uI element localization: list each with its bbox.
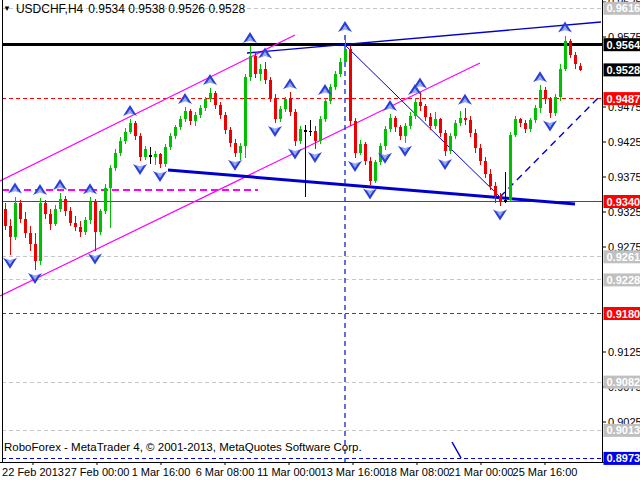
price-level-badge-label: 0.9180: [607, 308, 640, 320]
candle-body: [534, 108, 537, 121]
candle-body: [259, 69, 262, 75]
candle-body: [184, 111, 187, 119]
time-axis[interactable]: 22 Feb 201327 Feb 00:001 Mar 16:006 Mar …: [2, 462, 577, 478]
candle-body: [374, 162, 377, 180]
candle-body: [109, 168, 112, 188]
time-tick-label: 13 Mar 16:00: [321, 466, 386, 478]
candle-body: [124, 132, 127, 141]
candle-body: [249, 56, 252, 77]
time-tick-label: 1 Mar 16:00: [132, 466, 191, 478]
time-tick-label: 11 Mar 00:00: [257, 466, 321, 478]
candle-body: [529, 120, 532, 128]
candle-body: [229, 130, 232, 143]
candle-body: [289, 99, 292, 112]
candle-body: [34, 244, 37, 262]
candle-body: [389, 118, 392, 129]
candle-body: [54, 209, 57, 224]
candle-body: [399, 127, 402, 135]
candle-body: [144, 149, 147, 157]
candle-body: [174, 127, 177, 135]
price-level-badge-label: 0.9487: [607, 93, 640, 105]
candle-body: [169, 136, 172, 147]
blue-target-tail[interactable]: [452, 442, 461, 458]
candle-body: [99, 211, 102, 232]
candle-body: [559, 69, 562, 97]
candle-body: [284, 99, 287, 109]
candle-body: [254, 56, 257, 74]
candle-body: [294, 112, 297, 141]
candle-body: [459, 118, 462, 124]
candle-body: [449, 136, 452, 151]
time-tick-label: 21 Mar 00:00: [449, 466, 514, 478]
time-tick-label: 27 Feb 00:00: [65, 466, 130, 478]
candle-body: [104, 188, 107, 212]
candle-body: [269, 80, 272, 98]
price-level-badge-label: 0.8973: [607, 452, 640, 464]
candle-body: [424, 106, 427, 117]
candle-body: [219, 105, 222, 115]
candle-body: [309, 131, 312, 132]
candle-body: [564, 41, 567, 69]
candle-body: [344, 49, 347, 62]
price-tick-label: 0.9125: [608, 346, 640, 358]
candle-body: [504, 200, 507, 201]
price-axis[interactable]: 0.96250.95750.94750.94250.93750.93250.92…: [602, 0, 640, 465]
candle-body: [304, 130, 307, 131]
candle-body: [49, 214, 52, 224]
price-level-badge-label: 0.9082: [607, 376, 640, 388]
magenta-channel-lower[interactable]: [0, 63, 480, 296]
candle-body: [354, 121, 357, 153]
candle-body: [159, 154, 162, 164]
time-tick-label: 25 Mar 16:00: [513, 466, 578, 478]
candle-body: [474, 133, 477, 148]
mt4-chart-window: 0.96250.95750.94750.94250.93750.93250.92…: [0, 0, 640, 480]
candle-body: [154, 154, 157, 157]
candle-body: [429, 117, 432, 126]
candle-body: [454, 123, 457, 136]
time-tick-label: 18 Mar 08:00: [385, 466, 450, 478]
candle-body: [244, 77, 247, 146]
price-chart-canvas[interactable]: 0.96250.95750.94750.94250.93750.93250.92…: [0, 0, 640, 480]
candle-body: [189, 111, 192, 122]
price-tick-label: 0.9425: [608, 136, 640, 148]
chart-title: ▼USDCHF,H40.9534 0.9538 0.9526 0.9528: [3, 2, 245, 16]
candle-body: [479, 148, 482, 161]
time-tick-label: 22 Feb 2013: [2, 466, 64, 478]
candle-body: [524, 123, 527, 129]
candle-body: [44, 203, 47, 214]
blue-resistance-rising[interactable]: [247, 22, 601, 53]
price-level-badge-label: 0.9528: [607, 64, 640, 76]
candle-body: [369, 161, 372, 181]
candle-body: [114, 153, 117, 168]
candle-body: [29, 233, 32, 244]
candle-body: [434, 119, 437, 126]
candle-body: [239, 146, 242, 153]
candle-body: [89, 202, 92, 220]
candle-body: [359, 144, 362, 152]
symbol-dropdown-icon[interactable]: ▼: [3, 5, 11, 13]
candle-body: [64, 199, 67, 212]
candle-body: [84, 220, 87, 233]
fractal-arrows: [3, 21, 572, 284]
candle-body: [199, 108, 202, 115]
candle-body: [544, 90, 547, 100]
candle-body: [4, 209, 7, 227]
candle-body: [509, 135, 512, 200]
candle-body: [234, 143, 237, 153]
candle-body: [499, 196, 502, 202]
candle-body: [394, 118, 397, 128]
blue-wave-descending[interactable]: [345, 45, 500, 197]
candle-body: [79, 227, 82, 233]
candle-body: [514, 119, 517, 135]
candle-body: [179, 119, 182, 127]
candle-body: [264, 69, 267, 80]
price-level-lines: [2, 8, 602, 458]
candle-body: [274, 98, 277, 119]
candle-body: [539, 90, 542, 108]
candle-body: [484, 161, 487, 174]
candle-body: [214, 93, 217, 105]
candle-body: [129, 123, 132, 131]
candle-body: [579, 66, 582, 70]
candle-body: [319, 119, 322, 141]
candle-body: [39, 203, 42, 261]
